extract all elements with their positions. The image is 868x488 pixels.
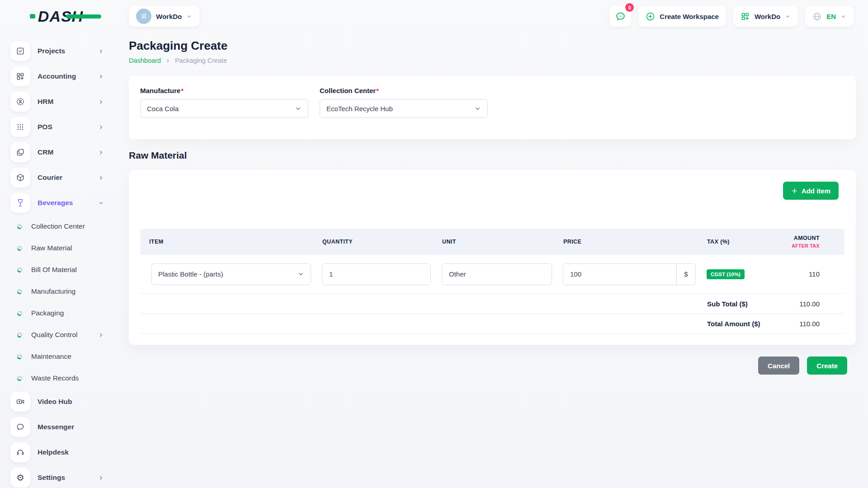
currency-symbol: $ [676, 264, 695, 285]
sidebar-subitem-label: Maintenance [31, 352, 104, 361]
total-amount-row: Total Amount ($) 110.00 [140, 314, 844, 334]
sidebar-item-accounting[interactable]: Accounting [0, 64, 113, 89]
sidebar-subitem-collection-center[interactable]: Collection Center [0, 216, 113, 237]
amount-value: 110 [774, 270, 844, 278]
sidebar-item-helpdesk[interactable]: Helpdesk [0, 440, 113, 465]
workspace-switcher[interactable]: WorkDo [129, 6, 199, 27]
unit-input[interactable] [442, 263, 552, 285]
sidebar-item-courier[interactable]: Courier [0, 165, 113, 190]
sub-total-label: Sub Total ($) [701, 300, 774, 308]
sidebar-subitem-maintenance[interactable]: Maintenance [0, 346, 113, 367]
app-menu-label: WorkDo [755, 13, 780, 20]
col-header-price: PRICE [557, 239, 701, 245]
sidebar-item-label: Accounting [38, 72, 91, 80]
chevron-right-icon [98, 99, 104, 105]
headset-icon [16, 448, 25, 457]
col-header-amount: AMOUNT AFTER TAX [774, 235, 844, 249]
item-select-value: Plastic Bottle - (parts) [158, 270, 297, 278]
create-workspace-button[interactable]: Create Workspace [638, 6, 726, 27]
video-hub-tile [10, 392, 30, 412]
sidebar-item-messenger[interactable]: Messenger [0, 414, 113, 440]
sidebar-subitem-label: Quality Control [31, 331, 89, 339]
sidebar-item-projects[interactable]: Projects [0, 38, 113, 64]
col-header-quantity: QUANTITY [316, 239, 436, 245]
sidebar-subitem-quality-control[interactable]: Quality Control [0, 324, 113, 346]
required-marker: * [181, 87, 184, 94]
beverages-glass-icon [16, 198, 25, 207]
gear-icon: ⚙ [16, 473, 24, 482]
breadcrumb-chevron-icon [165, 58, 170, 63]
chevron-right-icon [98, 332, 104, 338]
grid-plus-icon [741, 12, 750, 21]
video-camera-icon [16, 397, 25, 406]
messages-button[interactable]: 0 [609, 6, 631, 27]
create-button[interactable]: Create [807, 357, 847, 375]
manufacture-select-value: Coca Cola [147, 105, 295, 113]
sidebar-item-beverages[interactable]: Beverages [0, 190, 113, 216]
raw-material-table: ITEM QUANTITY UNIT PRICE TAX (%) AMOUNT … [140, 229, 844, 334]
chevron-right-icon [98, 48, 104, 54]
subitem-bullet-icon [17, 289, 22, 294]
sub-total-row: Sub Total ($) 110.00 [140, 293, 844, 314]
app-root: DASH WorkDo 0 Create Workspace WorkDo [0, 0, 868, 488]
chevron-down-icon [295, 105, 302, 112]
add-item-label: Add item [802, 187, 830, 195]
tax-cell: CGST (10%) [701, 269, 774, 279]
table-header-row: ITEM QUANTITY UNIT PRICE TAX (%) AMOUNT … [140, 229, 844, 255]
add-item-button[interactable]: Add item [783, 182, 839, 200]
courier-tile [10, 168, 30, 188]
breadcrumb-dashboard-link[interactable]: Dashboard [129, 57, 161, 64]
sidebar-item-hrm[interactable]: HRM [0, 89, 113, 114]
collection-center-select-value: EcoTech Recycle Hub [326, 105, 474, 113]
sidebar-subitem-label: Manufacturing [31, 287, 104, 296]
sidebar-item-label: Projects [38, 47, 91, 55]
sidebar-item-crm[interactable]: CRM [0, 140, 113, 165]
item-select[interactable]: Plastic Bottle - (parts) [151, 263, 311, 285]
sidebar-item-video-hub[interactable]: Video Hub [0, 389, 113, 414]
collection-center-select[interactable]: EcoTech Recycle Hub [320, 99, 488, 118]
page-title: Packaging Create [129, 39, 856, 53]
brand-logo-wrap: DASH [30, 8, 83, 25]
manufacture-label: Manufacture* [140, 87, 308, 94]
chevron-down-icon [785, 14, 791, 19]
projects-tile [10, 41, 30, 61]
quantity-input[interactable] [322, 263, 431, 285]
workspace-avatar [136, 9, 151, 24]
language-selector[interactable]: EN [805, 6, 854, 27]
messenger-tile [10, 417, 30, 437]
crm-icon [16, 148, 25, 157]
globe-icon [812, 12, 822, 21]
brand-logo[interactable]: DASH [0, 8, 113, 25]
main-content: Packaging Create Dashboard Packaging Cre… [113, 33, 868, 488]
create-workspace-label: Create Workspace [660, 13, 719, 20]
sidebar-subitem-raw-material[interactable]: Raw Material [0, 237, 113, 259]
hrm-tile [10, 92, 30, 112]
chevron-down-icon [186, 14, 192, 19]
sidebar-subitem-waste-records[interactable]: Waste Records [0, 367, 113, 389]
col-header-tax: TAX (%) [701, 239, 774, 245]
accounting-icon [16, 72, 25, 81]
price-input[interactable] [563, 264, 676, 285]
collection-center-field: Collection Center* EcoTech Recycle Hub [320, 87, 488, 128]
breadcrumb-current: Packaging Create [175, 57, 227, 64]
raw-material-card: Add item ITEM QUANTITY UNIT PRICE TAX (%… [129, 170, 856, 345]
messages-count-badge: 0 [625, 3, 634, 12]
sidebar-item-label: POS [38, 123, 91, 131]
subitem-bullet-icon [17, 224, 22, 229]
courier-box-icon [16, 173, 25, 182]
cancel-button[interactable]: Cancel [758, 357, 799, 375]
sidebar-item-label: Beverages [38, 199, 91, 207]
sidebar-subitem-bill-of-material[interactable]: Bill Of Material [0, 259, 113, 281]
manufacture-select[interactable]: Coca Cola [140, 99, 308, 118]
sidebar-item-label: HRM [38, 98, 91, 106]
subitem-bullet-icon [17, 267, 22, 272]
sidebar-subitem-packaging[interactable]: Packaging [0, 302, 113, 324]
sidebar-item-pos[interactable]: POS [0, 114, 113, 140]
plus-circle-icon [646, 12, 655, 21]
form-actions: Cancel Create [129, 357, 856, 375]
sidebar-item-settings[interactable]: ⚙ Settings [0, 465, 113, 488]
total-amount-value: 110.00 [774, 320, 844, 328]
sidebar-item-label: Video Hub [38, 398, 104, 406]
app-menu-button[interactable]: WorkDo [733, 6, 798, 27]
sidebar-subitem-manufacturing[interactable]: Manufacturing [0, 281, 113, 302]
